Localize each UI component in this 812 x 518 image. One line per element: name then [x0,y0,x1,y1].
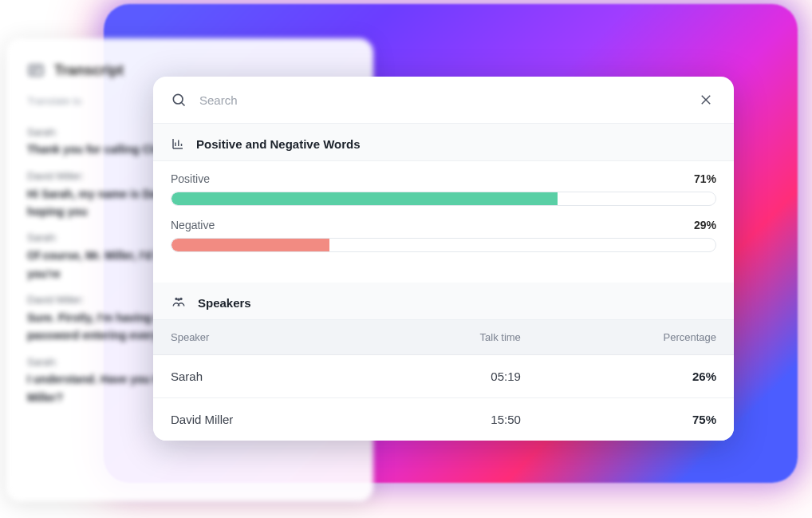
speakers-title: Speakers [198,296,251,310]
speaker-pct: 26% [538,355,734,398]
negative-value: 29% [694,219,716,231]
bar-chart-icon [171,136,185,151]
close-button[interactable] [696,89,716,110]
transcript-title: Transcript [54,59,124,82]
positive-label: Positive [171,172,210,185]
speaker-pct: 75% [538,398,734,441]
svg-point-13 [179,298,182,300]
negative-bar-track [171,238,716,252]
sentiment-bars: Positive 71% Negative 29% [153,161,734,283]
sentiment-section-header: Positive and Negative Words [153,124,734,161]
analytics-panel: Positive and Negative Words Positive 71%… [153,77,734,441]
speakers-table: Speaker Talk time Percentage Sarah 05:19… [153,320,734,441]
people-icon [171,295,187,310]
svg-line-4 [182,103,185,106]
negative-bar-fill [171,239,329,251]
negative-label: Negative [171,219,215,231]
search-row [153,77,734,124]
speaker-name: Sarah [153,355,369,398]
svg-point-12 [175,298,177,300]
transcript-icon [27,61,45,79]
col-speaker: Speaker [153,320,369,355]
positive-bar-fill [171,192,558,205]
col-percentage: Percentage [538,320,734,355]
table-header-row: Speaker Talk time Percentage [153,320,734,355]
positive-row: Positive 71% [171,172,716,185]
speaker-time: 15:50 [369,398,538,441]
speaker-time: 05:19 [369,355,538,398]
svg-point-14 [177,298,180,301]
speaker-name: David Miller [153,398,369,441]
table-row: Sarah 05:19 26% [153,355,734,398]
search-input[interactable] [199,93,683,107]
close-icon [699,93,713,107]
svg-point-3 [173,94,183,104]
sentiment-title: Positive and Negative Words [196,137,361,151]
col-talktime: Talk time [369,320,538,355]
positive-bar-track [171,192,716,206]
search-icon [171,92,187,108]
table-row: David Miller 15:50 75% [153,398,734,441]
svg-rect-0 [30,65,43,76]
speakers-section-header: Speakers [153,283,734,320]
negative-row: Negative 29% [171,219,716,231]
positive-value: 71% [694,172,716,185]
